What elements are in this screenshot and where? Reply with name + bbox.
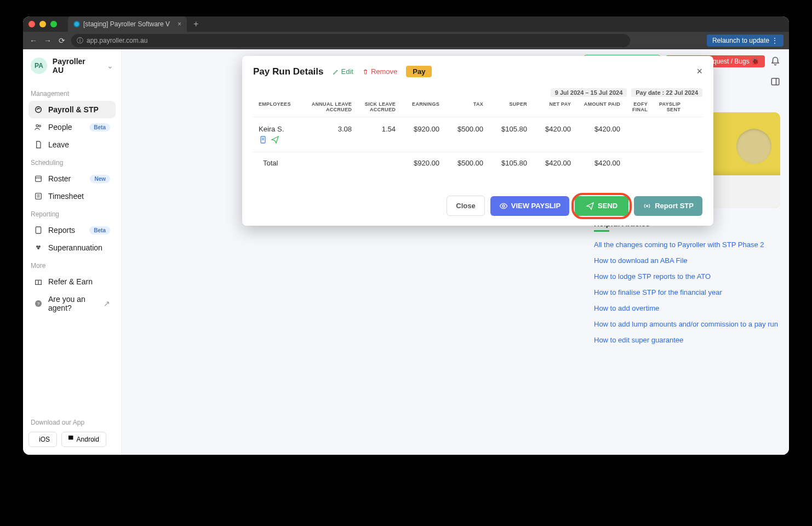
modal-header: Pay Run Details Edit Remove Pay × bbox=[253, 66, 702, 77]
reload-button[interactable]: ⟳ bbox=[57, 36, 67, 45]
svg-point-2 bbox=[39, 125, 41, 127]
remove-button[interactable]: Remove bbox=[362, 67, 397, 76]
url-bar: ← → ⟳ ⓘ app.payroller.com.au Relaunch to… bbox=[23, 32, 789, 49]
pay-run-modal: Pay Run Details Edit Remove Pay × 9 Jul … bbox=[242, 56, 713, 226]
sidebar-footer: Download our App iOS ▀ Android bbox=[28, 413, 116, 447]
section-scheduling: Scheduling bbox=[31, 159, 113, 167]
send-button[interactable]: SEND bbox=[575, 196, 628, 216]
eye-icon bbox=[499, 202, 508, 210]
section-more: More bbox=[31, 262, 113, 270]
send-payslip-icon[interactable] bbox=[271, 135, 279, 144]
android-icon: ▀ bbox=[68, 436, 73, 443]
tab-bar: [staging] Payroller Software V × + bbox=[23, 16, 789, 32]
article-link[interactable]: How to edit super guarantee bbox=[594, 336, 780, 344]
svg-point-21 bbox=[502, 205, 505, 207]
sidebar-item-agent[interactable]: ? Are you an agent? ↗ bbox=[28, 290, 116, 317]
sidebar: PA Payroller AU ⌄ Management Payroll & S… bbox=[23, 49, 122, 455]
forward-button[interactable]: → bbox=[43, 36, 53, 45]
beta-badge-2: Beta bbox=[89, 226, 110, 235]
section-management: Management bbox=[31, 90, 113, 98]
svg-point-11 bbox=[37, 247, 39, 249]
modal-title: Pay Run Details bbox=[253, 66, 324, 77]
article-link[interactable]: How to finalise STP for the financial ye… bbox=[594, 288, 780, 296]
org-selector[interactable]: PA Payroller AU ⌄ bbox=[28, 57, 116, 75]
svg-point-1 bbox=[36, 124, 38, 127]
close-modal-button[interactable]: × bbox=[696, 66, 702, 77]
view-payslip-button[interactable]: VIEW PAYSLIP bbox=[490, 196, 569, 216]
refresh-icon bbox=[34, 105, 43, 114]
file-icon bbox=[34, 140, 43, 149]
modal-footer: Close VIEW PAYSLIP SEND Report STP bbox=[253, 196, 702, 216]
edit-button[interactable]: Edit bbox=[333, 67, 353, 76]
sidebar-item-leave[interactable]: Leave bbox=[28, 136, 116, 153]
svg-point-22 bbox=[647, 205, 648, 207]
article-link[interactable]: How to add overtime bbox=[594, 304, 780, 312]
calendar-icon bbox=[34, 174, 43, 183]
close-button[interactable]: Close bbox=[447, 196, 484, 216]
article-link[interactable]: All the changes coming to Payroller with… bbox=[594, 241, 780, 249]
timesheet-icon bbox=[34, 192, 43, 201]
minimize-window-icon[interactable] bbox=[39, 21, 46, 27]
sidebar-item-timesheet[interactable]: Timesheet bbox=[28, 187, 116, 205]
table-header: EMPLOYEES ANNUAL LEAVE ACCRUED SICK LEAV… bbox=[253, 101, 702, 117]
article-link[interactable]: How to lodge STP reports to the ATO bbox=[594, 272, 780, 281]
tab-close-icon[interactable]: × bbox=[178, 20, 181, 28]
question-icon: ? bbox=[34, 299, 43, 308]
sidebar-item-roster[interactable]: Roster New bbox=[28, 170, 116, 187]
svg-rect-5 bbox=[36, 193, 42, 199]
org-name: Payroller AU bbox=[53, 57, 98, 75]
svg-rect-3 bbox=[36, 176, 42, 181]
paper-plane-icon bbox=[586, 202, 594, 210]
close-window-icon[interactable] bbox=[28, 21, 35, 27]
notification-bell-icon[interactable] bbox=[770, 56, 780, 66]
chevron-down-icon: ⌄ bbox=[107, 61, 113, 70]
org-avatar: PA bbox=[31, 58, 47, 74]
article-link[interactable]: How to add lump amounts and/or commissio… bbox=[594, 320, 780, 328]
svg-rect-8 bbox=[36, 227, 41, 233]
tab-title: [staging] Payroller Software V bbox=[83, 20, 170, 28]
sidebar-item-refer[interactable]: Refer & Earn bbox=[28, 273, 116, 290]
svg-point-0 bbox=[36, 107, 42, 113]
pay-date-chip: Pay date : 22 Jul 2024 bbox=[631, 88, 702, 97]
trash-icon bbox=[362, 68, 369, 75]
main-content: Join community group 🏳 Feature Request /… bbox=[122, 49, 789, 455]
site-info-icon[interactable]: ⓘ bbox=[77, 36, 83, 45]
sidebar-item-super[interactable]: Superannuation bbox=[28, 239, 116, 256]
coaster-decoration bbox=[736, 129, 771, 164]
sidebar-item-payroll[interactable]: Payroll & STP bbox=[28, 101, 116, 118]
payslip-doc-icon[interactable] bbox=[259, 135, 267, 144]
employee-cell: Keira S. bbox=[253, 125, 308, 144]
gift-icon bbox=[34, 277, 43, 286]
pay-status-chip: Pay bbox=[406, 66, 432, 77]
browser-tab[interactable]: [staging] Payroller Software V × bbox=[68, 16, 187, 32]
new-tab-button[interactable]: + bbox=[193, 19, 198, 29]
url-text: app.payroller.com.au bbox=[87, 37, 147, 44]
svg-point-9 bbox=[36, 245, 38, 248]
more-icon: ⋮ bbox=[771, 37, 778, 44]
broadcast-icon bbox=[643, 202, 651, 210]
report-stp-button[interactable]: Report STP bbox=[634, 196, 702, 216]
beta-badge: Beta bbox=[89, 123, 110, 132]
svg-rect-16 bbox=[771, 78, 779, 85]
article-link[interactable]: How to download an ABA File bbox=[594, 256, 780, 265]
browser-window: [staging] Payroller Software V × + ← → ⟳… bbox=[23, 16, 789, 455]
address-bar[interactable]: ⓘ app.payroller.com.au bbox=[71, 34, 630, 47]
svg-text:?: ? bbox=[37, 301, 40, 306]
pencil-icon bbox=[333, 68, 339, 75]
ios-download-button[interactable]: iOS bbox=[28, 432, 57, 447]
section-reporting: Reporting bbox=[31, 210, 113, 218]
sidebar-item-people[interactable]: People Beta bbox=[28, 118, 116, 136]
svg-point-10 bbox=[38, 245, 41, 248]
sidebar-item-reports[interactable]: Reports Beta bbox=[28, 221, 116, 239]
favicon-icon bbox=[73, 21, 80, 27]
people-icon bbox=[34, 123, 43, 132]
date-info: 9 Jul 2024 – 15 Jul 2024 Pay date : 22 J… bbox=[253, 88, 702, 97]
maximize-window-icon[interactable] bbox=[50, 21, 57, 27]
panel-toggle-icon[interactable] bbox=[770, 77, 780, 87]
table-total-row: Total $920.00 $500.00 $105.80 $420.00 $4… bbox=[253, 152, 702, 174]
android-download-button[interactable]: ▀ Android bbox=[61, 432, 106, 447]
table-row: Keira S. 3.08 1.54 bbox=[253, 117, 702, 152]
report-icon bbox=[34, 226, 43, 235]
back-button[interactable]: ← bbox=[28, 36, 38, 45]
relaunch-button[interactable]: Relaunch to update ⋮ bbox=[707, 35, 784, 47]
